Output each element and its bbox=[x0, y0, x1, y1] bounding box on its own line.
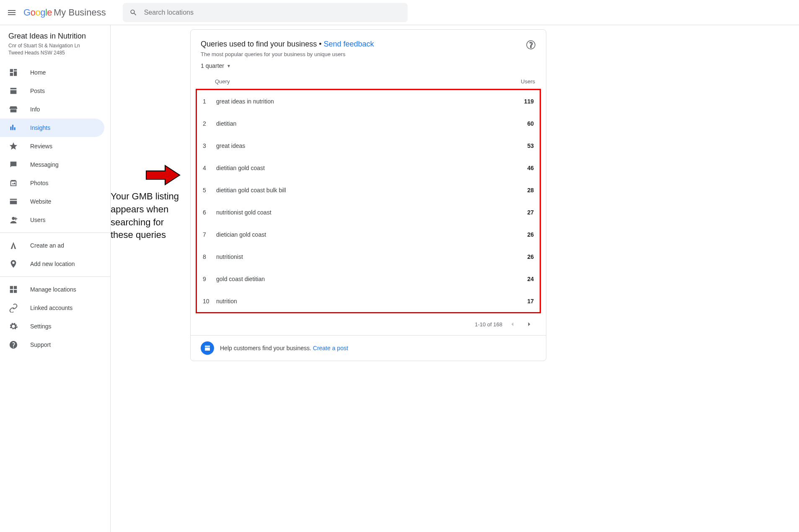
col-users-label: Users bbox=[502, 78, 535, 85]
link-icon bbox=[8, 303, 18, 313]
sidebar-item-label: Reviews bbox=[30, 143, 52, 150]
nav-divider bbox=[0, 276, 110, 277]
grid-icon bbox=[8, 284, 18, 294]
sidebar-item-label: Users bbox=[30, 217, 46, 223]
highlighted-region: 1great ideas in nutrition119 2dietitian6… bbox=[196, 89, 541, 313]
business-address-line1: Cnr of Stuart St & Navigation Ln bbox=[8, 42, 102, 49]
post-icon-badge bbox=[201, 341, 214, 355]
sidebar-item-support[interactable]: Support bbox=[0, 336, 110, 354]
star-icon bbox=[8, 141, 18, 151]
send-feedback-link[interactable]: Send feedback bbox=[323, 40, 374, 48]
sidebar-item-label: Manage locations bbox=[30, 286, 76, 293]
topbar: Google My Business bbox=[0, 0, 799, 25]
sidebar-item-label: Support bbox=[30, 341, 51, 348]
row-query: gold coast dietitian bbox=[216, 276, 500, 282]
product-name: My Business bbox=[54, 7, 106, 18]
sidebar-item-create-ad[interactable]: Create an ad bbox=[0, 236, 110, 255]
row-rank: 8 bbox=[203, 253, 216, 260]
row-query: nutritionist bbox=[216, 253, 500, 260]
sidebar-item-insights[interactable]: Insights bbox=[0, 119, 104, 137]
row-query: dietician gold coast bbox=[216, 231, 500, 238]
storefront-icon bbox=[8, 104, 18, 114]
annotation: Your GMB listing appears when searching … bbox=[111, 163, 186, 242]
card-title-text: Queries used to find your business bbox=[201, 40, 317, 48]
sidebar-item-label: Posts bbox=[30, 88, 45, 94]
row-users: 28 bbox=[500, 187, 534, 194]
table-row: 10nutrition17 bbox=[197, 290, 540, 312]
sidebar-item-linked-accounts[interactable]: Linked accounts bbox=[0, 299, 110, 317]
chevron-right-icon bbox=[525, 320, 533, 328]
row-query: great ideas bbox=[216, 142, 500, 149]
sidebar-item-info[interactable]: Info bbox=[0, 100, 110, 119]
sidebar-item-label: Add new location bbox=[30, 261, 75, 267]
sidebar-item-home[interactable]: Home bbox=[0, 63, 110, 82]
row-users: 26 bbox=[500, 253, 534, 260]
business-header: Great Ideas in Nutrition Cnr of Stuart S… bbox=[0, 32, 110, 63]
row-users: 60 bbox=[500, 120, 534, 127]
table-row: 7dietician gold coast26 bbox=[197, 223, 540, 245]
table-row: 9gold coast dietitian24 bbox=[197, 268, 540, 290]
sidebar-item-label: Info bbox=[30, 106, 40, 113]
row-query: dietitian gold coast bbox=[216, 165, 500, 171]
card-help-button[interactable] bbox=[526, 40, 536, 50]
sidebar-item-label: Photos bbox=[30, 180, 49, 186]
sidebar: Great Ideas in Nutrition Cnr of Stuart S… bbox=[0, 25, 111, 532]
row-rank: 3 bbox=[203, 142, 216, 149]
sidebar-item-posts[interactable]: Posts bbox=[0, 82, 110, 100]
table-row: 2dietitian60 bbox=[197, 112, 540, 134]
table-row: 1great ideas in nutrition119 bbox=[197, 90, 540, 112]
message-icon bbox=[8, 160, 18, 170]
row-query: dietitian bbox=[216, 120, 500, 127]
card-header: Queries used to find your business • Sen… bbox=[191, 30, 546, 62]
row-query: great ideas in nutrition bbox=[216, 98, 500, 105]
next-page-button[interactable] bbox=[522, 318, 536, 331]
row-rank: 6 bbox=[203, 209, 216, 216]
search-icon bbox=[129, 8, 137, 17]
create-post-link[interactable]: Create a post bbox=[313, 345, 348, 351]
table-row: 5dietitian gold coast bulk bill28 bbox=[197, 179, 540, 201]
row-rank: 10 bbox=[203, 298, 216, 305]
table-row: 4dietitian gold coast46 bbox=[197, 157, 540, 179]
row-users: 46 bbox=[500, 165, 534, 171]
chevron-down-icon: ▼ bbox=[227, 64, 231, 68]
sidebar-item-messaging[interactable]: Messaging bbox=[0, 155, 110, 174]
row-users: 26 bbox=[500, 231, 534, 238]
location-icon bbox=[8, 259, 18, 269]
sidebar-item-label: Website bbox=[30, 198, 51, 205]
pager-text: 1-10 of 168 bbox=[475, 321, 502, 328]
row-rank: 9 bbox=[203, 276, 216, 282]
sidebar-item-label: Messaging bbox=[30, 161, 59, 168]
website-icon bbox=[8, 196, 18, 207]
sidebar-item-label: Settings bbox=[30, 323, 52, 330]
table-row: 8nutritionist26 bbox=[197, 245, 540, 268]
insights-icon bbox=[8, 123, 18, 133]
hamburger-menu-button[interactable] bbox=[7, 8, 17, 18]
dashboard-icon bbox=[8, 67, 18, 77]
sidebar-item-add-location[interactable]: Add new location bbox=[0, 255, 110, 273]
sidebar-item-users[interactable]: Users bbox=[0, 211, 110, 229]
logo[interactable]: Google My Business bbox=[23, 7, 106, 18]
business-name: Great Ideas in Nutrition bbox=[8, 32, 102, 41]
google-logo-text: Google bbox=[23, 7, 52, 18]
annotation-text: Your GMB listing appears when searching … bbox=[111, 190, 186, 242]
row-users: 24 bbox=[500, 276, 534, 282]
row-users: 17 bbox=[500, 298, 534, 305]
sidebar-item-settings[interactable]: Settings bbox=[0, 317, 110, 336]
business-address-line2: Tweed Heads NSW 2485 bbox=[8, 49, 102, 57]
prev-page-button[interactable] bbox=[506, 318, 519, 331]
row-users: 27 bbox=[500, 209, 534, 216]
search-input[interactable] bbox=[144, 9, 401, 16]
sidebar-item-reviews[interactable]: Reviews bbox=[0, 137, 110, 155]
table-row: 3great ideas53 bbox=[197, 134, 540, 157]
period-selector[interactable]: 1 quarter ▼ bbox=[191, 62, 546, 74]
search-box[interactable] bbox=[123, 3, 408, 22]
col-query-label: Query bbox=[215, 78, 502, 85]
main-content: Your GMB listing appears when searching … bbox=[111, 25, 799, 532]
sidebar-item-label: Home bbox=[30, 69, 46, 76]
sidebar-item-photos[interactable]: Photos bbox=[0, 174, 110, 192]
row-rank: 1 bbox=[203, 98, 216, 105]
sidebar-item-label: Create an ad bbox=[30, 242, 64, 249]
col-rank bbox=[202, 78, 215, 85]
sidebar-item-website[interactable]: Website bbox=[0, 192, 110, 211]
sidebar-item-manage-locations[interactable]: Manage locations bbox=[0, 280, 110, 299]
